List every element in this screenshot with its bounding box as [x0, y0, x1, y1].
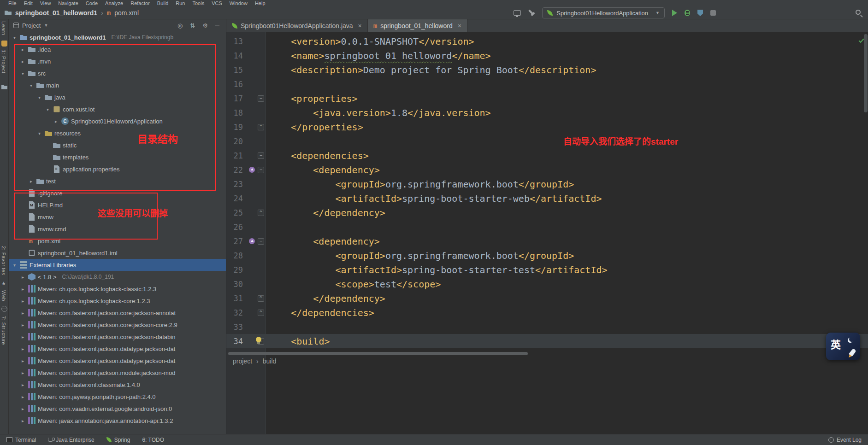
chevron-down-icon[interactable]: ▼	[44, 23, 48, 28]
code-line-17[interactable]: 17 <properties>	[226, 91, 868, 105]
tree-item-mvn[interactable]: ▸.mvn	[9, 55, 226, 67]
vertical-scrollbar[interactable]	[864, 34, 868, 112]
tree-item-maven-com-fasterxml-classmate-1-4-0[interactable]: ▸Maven: com.fasterxml:classmate:1.4.0	[9, 379, 226, 391]
code-line-26[interactable]: 26	[226, 220, 868, 234]
menu-item-tools[interactable]: Tools	[192, 0, 204, 6]
tree-closed-arrow-icon[interactable]: ▸	[20, 418, 26, 423]
code-line-23[interactable]: 23 <groupId>org.springframework.boot</gr…	[226, 177, 868, 191]
layout-icon[interactable]	[514, 10, 521, 16]
fold-open-icon[interactable]	[257, 148, 266, 163]
tree-item-resources[interactable]: ▾resources	[9, 127, 226, 139]
tree-item-maven-com-fasterxml-jackson-module-jackson-mod[interactable]: ▸Maven: com.fasterxml.jackson.module:jac…	[9, 367, 226, 379]
code-line-28[interactable]: 28 <groupId>org.springframework.boot</gr…	[226, 248, 868, 263]
tree-item-maven-com-vaadin-external-google-android-json-0[interactable]: ▸Maven: com.vaadin.external.google:andro…	[9, 403, 226, 415]
collapse-all-icon[interactable]: ⇅	[190, 23, 195, 29]
code-line-19[interactable]: 19 </properties>	[226, 120, 868, 134]
code-line-32[interactable]: 32 </dependencies>	[226, 305, 868, 320]
breadcrumb-file[interactable]: pom.xml	[114, 9, 139, 17]
tree-closed-arrow-icon[interactable]: ▸	[20, 275, 26, 280]
intention-bulb-icon[interactable]	[256, 337, 261, 342]
code-line-27[interactable]: 27 <dependency>	[226, 234, 868, 248]
stripe-item-web[interactable]: Web	[1, 290, 6, 301]
editor-tab-springboot01hellowordapplication-java[interactable]: Springboot01HellowordApplication.java×	[226, 19, 368, 32]
status-6-todo[interactable]: 6: TODO	[142, 437, 164, 443]
tree-item-pom-xml[interactable]: pom.xml	[9, 235, 226, 247]
tree-item-maven-com-fasterxml-jackson-datatype-jackson-dat[interactable]: ▸Maven: com.fasterxml.jackson.datatype:j…	[9, 355, 226, 367]
breadcrumb-project[interactable]: project	[233, 357, 252, 365]
gear-icon[interactable]: ⚙	[202, 23, 208, 29]
tree-item-idea[interactable]: ▸.idea	[9, 43, 226, 55]
menu-item-file[interactable]: File	[8, 0, 17, 6]
tree-item-application-properties[interactable]: application.properties	[9, 163, 226, 175]
status-terminal[interactable]: Terminal	[6, 437, 36, 443]
learn-icon[interactable]	[1, 41, 7, 47]
editor-tab-springboot-01-helloword[interactable]: mspringboot_01_helloword×	[368, 19, 467, 32]
hide-panel-icon[interactable]: ─	[215, 23, 219, 29]
tree-open-arrow-icon[interactable]: ▾	[28, 83, 34, 88]
menu-item-help[interactable]: Help	[255, 0, 266, 6]
tree-item-src[interactable]: ▾src	[9, 67, 226, 79]
breadcrumb-project[interactable]: springboot_01_helloword1	[15, 9, 97, 17]
breadcrumb-build[interactable]: build	[263, 357, 277, 365]
tree-item-mvnw-cmd[interactable]: mvnw.cmd	[9, 223, 226, 235]
menu-item-code[interactable]: Code	[86, 0, 98, 6]
web-globe-icon[interactable]	[1, 306, 7, 312]
tree-item-1-8[interactable]: ▸< 1.8 >C:\Java\jdk1.8.0_191	[9, 271, 226, 283]
tree-item-static[interactable]: static	[9, 139, 226, 151]
run-button[interactable]	[672, 10, 677, 16]
tree-item-main[interactable]: ▾main	[9, 79, 226, 91]
code-line-29[interactable]: 29 <artifactId>spring-boot-starter-test<…	[226, 263, 868, 277]
build-hammer-icon[interactable]	[528, 10, 535, 16]
tree-closed-arrow-icon[interactable]: ▸	[20, 322, 26, 328]
code-line-24[interactable]: 24 <artifactId>spring-boot-starter-web</…	[226, 191, 868, 205]
tree-closed-arrow-icon[interactable]: ▸	[20, 334, 26, 340]
fold-open-icon[interactable]	[257, 91, 266, 105]
code-line-25[interactable]: 25 </dependency>	[226, 205, 868, 220]
fold-open-icon[interactable]	[257, 163, 266, 177]
tree-item-springboot-01-helloword1-iml[interactable]: springboot_01_helloword1.iml	[9, 247, 226, 259]
tree-item-springboot-01-helloword1[interactable]: ▾springboot_01_helloword1E:\IDE Java Fil…	[9, 31, 226, 43]
tree-open-arrow-icon[interactable]: ▾	[12, 35, 18, 40]
code-line-22[interactable]: 22 <dependency>	[226, 163, 868, 177]
code-editor[interactable]: 13 <version>0.0.1-SNAPSHOT</version>14 <…	[226, 32, 868, 434]
menu-item-navigate[interactable]: Navigate	[58, 0, 78, 6]
tree-item-com-xust-iot[interactable]: ▾com.xust.iot	[9, 103, 226, 115]
code-line-18[interactable]: 18 <java.version>1.8</java.version>	[226, 105, 868, 120]
tree-closed-arrow-icon[interactable]: ▸	[20, 382, 26, 387]
coverage-button[interactable]	[697, 10, 703, 16]
menu-item-edit[interactable]: Edit	[24, 0, 33, 6]
locate-file-icon[interactable]: ◎	[177, 23, 183, 29]
tree-closed-arrow-icon[interactable]: ▸	[20, 394, 26, 399]
code-line-34[interactable]: 34 <build>	[226, 334, 868, 348]
tree-open-arrow-icon[interactable]: ▾	[36, 95, 42, 100]
menu-item-analyze[interactable]: Analyze	[105, 0, 123, 6]
tree-item-maven-com-fasterxml-jackson-datatype-jackson-dat[interactable]: ▸Maven: com.fasterxml.jackson.datatype:j…	[9, 343, 226, 355]
tree-item-springboot01hellowordapplication[interactable]: ▸Springboot01HellowordApplication	[9, 115, 226, 127]
tree-item-maven-ch-qos-logback-logback-core-1-2-3[interactable]: ▸Maven: ch.qos.logback:logback-core:1.2.…	[9, 295, 226, 307]
tree-item-maven-com-fasterxml-jackson-core-jackson-core-2-9[interactable]: ▸Maven: com.fasterxml.jackson.core:jacks…	[9, 319, 226, 331]
code-line-14[interactable]: 14 <name>springboot_01_helloword</name>	[226, 48, 868, 63]
tree-item-maven-com-jayway-jsonpath-json-path-2-4-0[interactable]: ▸Maven: com.jayway.jsonpath:json-path:2.…	[9, 391, 226, 403]
fold-close-icon[interactable]	[257, 205, 266, 220]
menu-item-view[interactable]: View	[40, 0, 51, 6]
horizontal-scrollbar[interactable]	[228, 352, 528, 355]
code-line-13[interactable]: 13 <version>0.0.1-SNAPSHOT</version>	[226, 34, 868, 48]
project-panel-title[interactable]: Project	[22, 22, 41, 29]
menu-item-window[interactable]: Window	[230, 0, 248, 6]
tab-close-icon[interactable]: ×	[358, 22, 362, 29]
menu-item-vcs[interactable]: VCS	[212, 0, 222, 6]
menu-item-run[interactable]: Run	[176, 0, 185, 6]
tree-closed-arrow-icon[interactable]: ▸	[20, 47, 26, 52]
tab-close-icon[interactable]: ×	[458, 22, 461, 29]
status-spring[interactable]: Spring	[106, 437, 130, 443]
debug-button[interactable]	[685, 10, 690, 16]
tree-closed-arrow-icon[interactable]: ▸	[53, 119, 59, 124]
tree-item-java[interactable]: ▾java	[9, 91, 226, 103]
tree-open-arrow-icon[interactable]: ▾	[36, 131, 42, 136]
tree-item-gitignore[interactable]: .gitignore	[9, 187, 226, 199]
code-line-31[interactable]: 31 </dependency>	[226, 291, 868, 305]
code-line-30[interactable]: 30 <scope>test</scope>	[226, 277, 868, 291]
code-line-21[interactable]: 21 <dependencies>	[226, 148, 868, 163]
tree-item-test[interactable]: ▸test	[9, 175, 226, 187]
tree-open-arrow-icon[interactable]: ▾	[45, 107, 51, 112]
